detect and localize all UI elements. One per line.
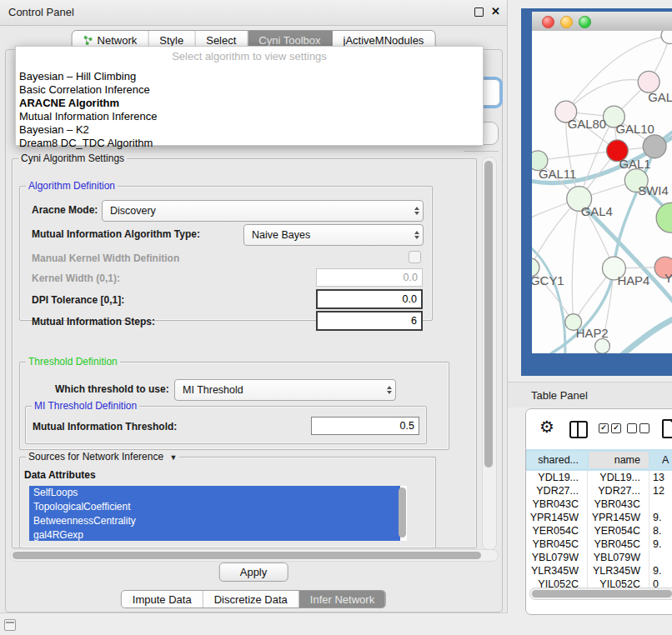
cell-shared-name: YBR045C [526,538,588,551]
cell-name: YBR043C [588,498,649,511]
cell-shared-name: YPR145W [526,511,588,524]
table-row[interactable]: YLR345W YLR345W 9. [526,564,672,578]
export-table-icon[interactable] [662,419,672,438]
combo-arrows-icon [410,231,423,239]
node-label-y: Y [664,272,672,285]
column-header-cut[interactable]: A [650,452,672,468]
mi-threshold-definition-group: MI Threshold Definition Mutual Informati… [25,406,427,444]
table-horizontal-scrollbar[interactable] [529,588,672,600]
list-item-selfloops[interactable]: SelfLoops [29,486,400,500]
collapse-arrow-icon: ▼ [169,453,177,462]
sources-group-title[interactable]: Sources for Network Inference ▼ [26,451,179,462]
node-label-gal1: GAL1 [619,158,650,171]
group-border-fragment [464,151,499,152]
popup-item-dream8[interactable]: Dream8 DC_TDC Algorithm [16,137,483,150]
table-row[interactable]: YBR043C YBR043C [526,498,672,511]
split-columns-icon[interactable] [569,421,588,438]
combo-arrows-icon [383,386,395,394]
list-scrollbar-thumb[interactable] [399,488,406,538]
network-view-frame: GAL7 GAL80 GAL10 GAL1 GAL11 SWI4 GAL4 HA… [521,8,672,376]
table-row[interactable]: YBL079W YBL079W [526,551,672,564]
network-node-gray[interactable] [643,135,666,158]
table-row[interactable]: YPR145W YPR145W 9. [526,511,672,524]
dpi-tolerance-label: DPI Tolerance [0,1]: [32,294,124,306]
which-threshold-label: Which threshold to use: [55,383,169,395]
cell-shared-name: YBL079W [526,551,588,564]
kernel-width-input[interactable]: 0.0 [316,268,423,287]
popup-item-aracne[interactable]: ARACNE Algorithm [16,97,483,110]
mi-type-label: Mutual Information Algorithm Type: [32,228,200,240]
column-header-shared-name[interactable]: shared... [527,452,587,468]
close-traffic-light-icon[interactable] [542,16,554,28]
popup-item-mutual-information[interactable]: Mutual Information Inference [16,110,483,123]
threshold-definition-group: Threshold Definition Which threshold to … [19,362,449,450]
close-icon[interactable]: ✕ [491,5,500,18]
list-item-topologicalcoefficient[interactable]: TopologicalCoefficient [29,500,400,514]
gear-icon[interactable]: ⚙ [539,418,554,435]
node-label-hap2: HAP2 [576,327,609,340]
tab-infer-network[interactable]: Infer Network [299,591,385,608]
tab-impute-data[interactable]: Impute Data [122,591,203,608]
settings-vertical-scrollbar[interactable] [482,157,497,550]
network-node-gal7[interactable] [638,71,659,92]
table-row[interactable]: YER054C YER054C 8. [526,524,672,538]
cell-value [649,551,672,564]
cell-name: YPR145W [588,511,649,524]
column-header-name[interactable]: name [589,452,649,468]
tab-discretize-data[interactable]: Discretize Data [203,591,299,608]
tab-style-label: Style [159,34,183,47]
settings-horizontal-scrollbar[interactable] [10,549,499,562]
aracne-mode-combobox[interactable]: Discovery [102,200,424,222]
minimize-traffic-light-icon[interactable] [560,16,573,28]
cyni-bottom-tabbar: Impute Data Discretize Data Infer Networ… [121,590,386,608]
cell-name: YDL19... [588,471,649,484]
popup-item-basic-correlation[interactable]: Basic Correlation Inference [16,83,483,97]
table-row[interactable]: YDL19... YDL19... 13 [526,471,672,484]
mi-steps-input[interactable]: 6 [316,311,423,331]
cell-name: YER054C [588,524,649,538]
table-scrollbar-thumb[interactable] [532,590,672,598]
mi-algorithm-type-combobox[interactable]: Naive Bayes [243,224,424,246]
node-label-gal10: GAL10 [615,122,654,136]
algorithm-popup: Select algorithm to view settings Bayesi… [15,46,484,146]
network-node-green-right[interactable] [656,202,672,232]
dpi-tolerance-input[interactable]: 0.0 [316,289,423,309]
mi-type-value: Naive Bayes [244,229,410,241]
manual-kernel-width-checkbox[interactable] [409,251,421,263]
node-label-gal7: GAL7 [648,91,672,104]
combo-arrows-icon [410,207,423,215]
cell-value: 9. [649,564,672,578]
deselect-all-checkboxes-icon[interactable] [627,423,649,433]
select-all-checkboxes-icon[interactable]: ✓✓ [599,423,621,433]
table-body: YDL19... YDL19... 13 YDR27... YDR27... 1… [526,471,672,592]
cell-shared-name: YLR345W [526,564,588,578]
network-node-bottom[interactable] [595,338,610,353]
popup-item-bayesian-hill-climbing[interactable]: Bayesian – Hill Climbing [16,70,483,83]
threshold-definition-title: Threshold Definition [26,356,120,368]
tab-select-label: Select [206,34,236,47]
list-item-betweennesscentrality[interactable]: BetweennessCentrality [29,514,400,528]
node-label-swi4: SWI4 [638,184,668,198]
algorithm-popup-placeholder: Select algorithm to view settings [16,50,483,62]
horizontal-scrollbar-thumb[interactable] [13,552,481,559]
table-header-row: shared... name A [526,449,672,471]
mi-threshold-definition-title: MI Threshold Definition [32,400,139,412]
network-canvas[interactable]: GAL7 GAL80 GAL10 GAL1 GAL11 SWI4 GAL4 HA… [532,31,672,353]
zoom-traffic-light-icon[interactable] [579,16,591,28]
apply-button[interactable]: Apply [219,562,288,582]
network-node-cut[interactable] [661,31,672,44]
list-item-gal4rgexp[interactable]: gal4RGexp [29,528,400,541]
mi-threshold-input[interactable]: 0.5 [311,417,419,435]
network-window-titlebar[interactable] [532,12,672,32]
table-row[interactable]: YDR27... YDR27... 12 [526,484,672,498]
tab-network-label: Network [98,34,138,47]
table-row[interactable]: YBR045C YBR045C 9. [526,538,672,551]
float-window-icon[interactable] [474,8,484,17]
minimized-panel-icon[interactable] [4,619,16,631]
which-threshold-combobox[interactable]: MI Threshold [174,379,396,401]
tab-infer-network-label: Infer Network [310,593,374,606]
vertical-scrollbar-thumb[interactable] [484,161,493,468]
cell-value: 9. [649,511,672,524]
sources-group-title-text: Sources for Network Inference [28,451,163,462]
popup-item-bayesian-k2[interactable]: Bayesian – K2 [16,123,483,137]
